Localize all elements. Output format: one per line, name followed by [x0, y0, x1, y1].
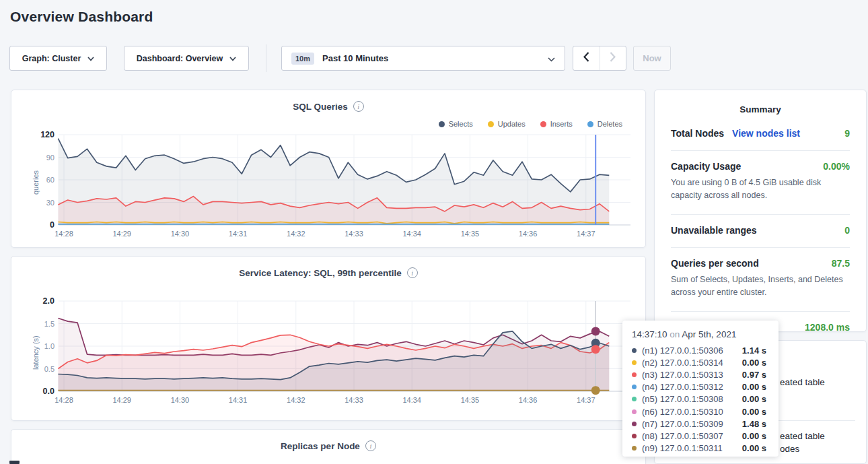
service-latency-title: Service Latency: SQL, 99th percentile — [239, 268, 402, 278]
graph-dropdown[interactable]: Graph: Cluster — [9, 46, 107, 71]
tooltip-conjunction: on — [667, 329, 682, 339]
summary-value: 0.00% — [823, 161, 850, 172]
series-dot — [632, 434, 637, 438]
latency-value: 0.00 s — [742, 443, 766, 453]
summary-desc: Sum of Selects, Updates, Inserts, and De… — [671, 273, 850, 300]
svg-text:14:29: 14:29 — [112, 230, 131, 238]
info-icon[interactable]: i — [365, 440, 376, 451]
series-dot — [632, 397, 637, 401]
series-dot — [632, 422, 637, 426]
svg-text:14:31: 14:31 — [229, 230, 248, 238]
summary-heading: Summary — [671, 90, 850, 118]
latency-value: 1.48 s — [742, 419, 766, 429]
sql-queries-card: SQL Queries i SelectsUpdatesInsertsDelet… — [11, 90, 646, 248]
svg-text:14:35: 14:35 — [461, 230, 480, 238]
node-name: (n2) 127.0.0.1:50314 — [642, 358, 723, 368]
svg-text:14:32: 14:32 — [287, 230, 305, 238]
svg-text:14:37: 14:37 — [577, 230, 595, 238]
node-name: (n6) 127.0.0.1:50310 — [642, 407, 723, 417]
chart-hover-tooltip: 14:37:10 on Apr 5th, 2021 (n1) 127.0.0.1… — [622, 321, 779, 457]
event-item-line: eated table — [780, 430, 859, 442]
time-range-label: Past 10 Minutes — [322, 53, 388, 63]
node-name: (n3) 127.0.0.1:50313 — [642, 370, 723, 380]
toolbar-divider — [266, 44, 266, 72]
legend-item-deletes[interactable]: Deletes — [587, 120, 622, 128]
node-name: (n9) 127.0.0.1:50311 — [642, 443, 723, 453]
info-icon[interactable]: i — [353, 101, 364, 112]
event-item: eated table — [780, 376, 859, 389]
svg-text:14:34: 14:34 — [402, 230, 421, 238]
time-range-selector[interactable]: 10m Past 10 Minutes — [281, 46, 565, 71]
legend-dot — [587, 121, 593, 127]
latency-value: 0.00 s — [742, 358, 766, 368]
next-time-button[interactable] — [600, 46, 626, 70]
latency-value: 0.00 s — [742, 407, 766, 417]
tooltip-date: Apr 5th, 2021 — [682, 329, 736, 339]
dashboard-dropdown[interactable]: Dashboard: Overview — [124, 46, 249, 71]
svg-text:60: 60 — [46, 176, 55, 184]
legend-item-updates[interactable]: Updates — [488, 120, 526, 128]
tooltip-row: (n5) 127.0.0.1:503080.00 s — [632, 393, 769, 405]
node-name: (n1) 127.0.0.1:50306 — [642, 345, 723, 356]
prev-time-button[interactable] — [573, 46, 600, 70]
latency-chart-plot[interactable]: 14:2814:2914:3014:3114:3214:3314:3414:35… — [17, 297, 636, 413]
summary-row: Total NodesView nodes list9 — [671, 118, 850, 151]
replicas-per-node-card: Replicas per Node i — [11, 429, 646, 464]
service-latency-card: Service Latency: SQL, 99th percentile i … — [11, 256, 646, 421]
latency-value: 0.00 s — [742, 431, 766, 441]
node-name: (n7) 127.0.0.1:50309 — [642, 419, 723, 429]
tooltip-row: (n7) 127.0.0.1:503091.48 s — [632, 418, 769, 430]
svg-text:14:28: 14:28 — [55, 230, 73, 238]
svg-text:1.0: 1.0 — [44, 342, 55, 350]
series-dot — [632, 446, 637, 451]
summary-value: 9 — [844, 128, 850, 139]
tooltip-time: 14:37:10 — [632, 329, 667, 339]
summary-row: Unavailable ranges0 — [671, 215, 850, 248]
chart-title-row: Replicas per Node i — [11, 440, 645, 451]
chart-title-row: Service Latency: SQL, 99th percentile i — [11, 267, 645, 278]
chevron-right-icon — [610, 52, 616, 65]
svg-text:14:33: 14:33 — [345, 396, 363, 404]
svg-text:14:29: 14:29 — [112, 396, 131, 404]
svg-text:14:35: 14:35 — [461, 396, 480, 404]
legend-label: Inserts — [550, 120, 573, 128]
svg-text:2.0: 2.0 — [43, 297, 55, 306]
legend-dot — [488, 121, 494, 127]
summary-label: Unavailable ranges — [671, 225, 757, 236]
summary-row-top: Total NodesView nodes list9 — [671, 128, 850, 139]
svg-text:14:36: 14:36 — [519, 230, 538, 238]
sql-chart-plot[interactable]: 14:2814:2914:3014:3114:3214:3314:3414:35… — [17, 131, 636, 246]
latency-value: 0.00 s — [742, 382, 766, 392]
svg-text:1.5: 1.5 — [44, 320, 55, 328]
chevron-left-icon — [583, 52, 589, 65]
tooltip-row: (n8) 127.0.0.1:503070.00 s — [632, 430, 769, 442]
tooltip-row: (n3) 127.0.0.1:503130.97 s — [632, 368, 769, 380]
legend-dot — [439, 121, 445, 127]
chevron-down-icon — [229, 54, 236, 63]
tooltip-rows: (n1) 127.0.0.1:503061.14 s(n2) 127.0.0.1… — [632, 344, 769, 455]
legend-item-inserts[interactable]: Inserts — [540, 120, 573, 128]
series-dot — [632, 372, 637, 377]
tooltip-timestamp: 14:37:10 on Apr 5th, 2021 — [632, 329, 769, 339]
tooltip-row: (n9) 127.0.0.1:503110.00 s — [632, 442, 769, 455]
legend-item-selects[interactable]: Selects — [439, 120, 473, 128]
summary-panel: Summary Total NodesView nodes list9Capac… — [654, 90, 867, 332]
svg-text:14:37: 14:37 — [577, 396, 595, 404]
svg-text:14:30: 14:30 — [171, 396, 190, 404]
summary-link[interactable]: View nodes list — [732, 128, 800, 139]
summary-value: 0 — [844, 225, 850, 236]
graph-dropdown-label: Graph: Cluster — [22, 54, 81, 63]
svg-text:0.5: 0.5 — [44, 365, 55, 373]
summary-row-top: Capacity Usage0.00% — [671, 161, 850, 172]
svg-text:14:33: 14:33 — [345, 230, 363, 238]
series-dot — [632, 348, 637, 353]
event-item-line: odes — [780, 442, 859, 455]
latency-value: 0.00 s — [742, 394, 766, 404]
summary-row: Queries per second87.5Sum of Selects, Up… — [671, 248, 850, 312]
node-name: (n4) 127.0.0.1:50312 — [642, 382, 723, 392]
summary-label: Queries per second — [671, 258, 759, 269]
page-title: Overview Dashboard — [10, 9, 153, 25]
info-icon[interactable]: i — [407, 267, 418, 278]
sql-queries-title: SQL Queries — [293, 102, 348, 112]
now-button[interactable]: Now — [633, 46, 671, 71]
